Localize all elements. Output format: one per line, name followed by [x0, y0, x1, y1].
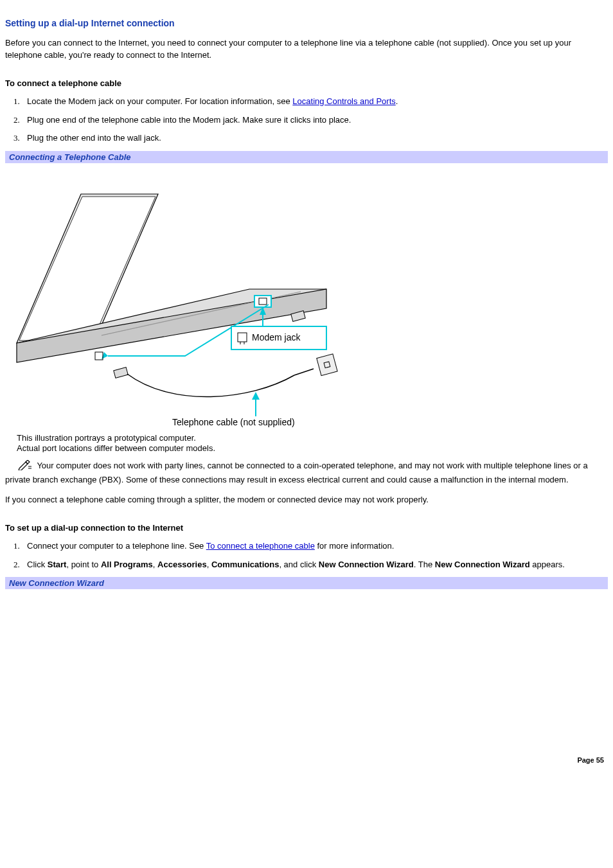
section2-title: To set up a dial-up connection to the In…: [5, 523, 608, 533]
note1-text: Your computer does not work with party l…: [5, 461, 588, 484]
intro-paragraph: Before you can connect to the Internet, …: [5, 37, 608, 62]
step1: Locate the Modem jack on your computer. …: [22, 96, 608, 108]
page-number: Page 55: [5, 756, 608, 764]
figure1-illustration: Modem jack Telephone cable (not supplied…: [5, 163, 352, 452]
communications-label: Communications: [211, 560, 279, 569]
svg-rect-10: [95, 352, 103, 360]
svg-rect-15: [114, 368, 128, 378]
s2-step1-post: for more information.: [315, 541, 395, 551]
new-connection-wizard-label: New Connection Wizard: [319, 560, 414, 569]
connect-cable-link[interactable]: To connect a telephone cable: [206, 541, 315, 551]
figure1-desc1: This illustration portrays a prototypica…: [17, 433, 196, 443]
s2-step1: Connect your computer to a telephone lin…: [22, 540, 608, 553]
section2-steps: Connect your computer to a telephone lin…: [22, 540, 608, 571]
pencil-icon: [18, 460, 35, 474]
splitter-note: If you connect a telephone cable coming …: [5, 494, 608, 506]
svg-rect-5: [254, 296, 271, 307]
step1-pre: Locate the Modem jack on your computer. …: [27, 96, 292, 106]
section1-title: To connect a telephone cable: [5, 78, 608, 88]
figure1-desc2: Actual port locations differ between com…: [17, 443, 215, 452]
all-programs-label: All Programs: [101, 560, 153, 569]
s2-step2: Click Start, point to All Programs, Acce…: [22, 559, 608, 571]
start-label: Start: [48, 560, 67, 569]
step3: Plug the other end into the wall jack.: [22, 132, 608, 145]
figure2-caption: New Connection Wizard: [5, 577, 608, 589]
section1-steps: Locate the Modem jack on your computer. …: [22, 96, 608, 145]
accessories-label: Accessories: [157, 560, 207, 569]
s2-step1-pre: Connect your computer to a telephone lin…: [27, 541, 206, 551]
note1-paragraph: Your computer does not work with party l…: [5, 460, 608, 486]
figure1-modem-label: Modem jack: [252, 332, 301, 342]
figure1-cable-label: Telephone cable (not supplied): [172, 417, 295, 427]
page-heading: Setting up a dial-up Internet connection: [5, 18, 608, 28]
figure1-caption: Connecting a Telephone Cable: [5, 151, 608, 163]
step2: Plug one end of the telephone cable into…: [22, 114, 608, 127]
locating-controls-link[interactable]: Locating Controls and Ports: [292, 96, 395, 106]
new-connection-wizard-appears: New Connection Wizard: [435, 560, 530, 569]
svg-rect-17: [317, 354, 337, 376]
step1-post: .: [396, 96, 398, 106]
svg-marker-20: [252, 392, 260, 400]
